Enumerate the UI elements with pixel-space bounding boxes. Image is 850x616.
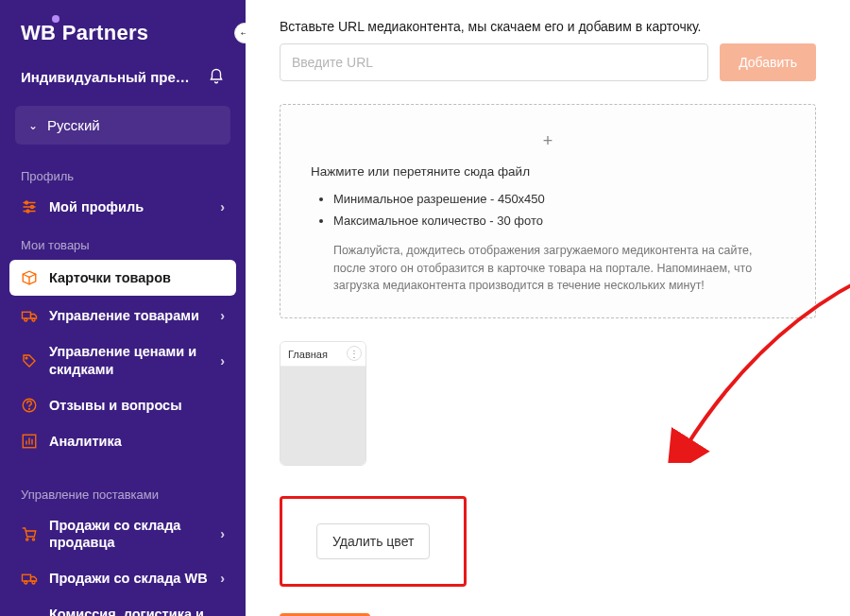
sidebar-item-label: Продажи со склада WB — [49, 570, 209, 587]
svg-point-20 — [25, 581, 27, 584]
svg-point-17 — [26, 539, 28, 540]
help-icon — [21, 397, 38, 414]
add-url-button[interactable]: Добавить — [720, 43, 816, 81]
svg-point-12 — [29, 408, 30, 409]
media-url-input[interactable] — [280, 43, 708, 81]
chevron-right-icon: › — [220, 526, 225, 541]
thumbnail-placeholder — [280, 367, 366, 465]
plus-icon: + — [311, 131, 785, 151]
section-profile-label: Профиль — [0, 156, 246, 189]
sidebar-item-label: Отзывы и вопросы — [49, 397, 225, 414]
truck-icon — [21, 307, 38, 324]
chevron-right-icon: › — [220, 353, 225, 368]
dropzone-title: Нажмите или перетяните сюда файл — [311, 164, 785, 179]
image-thumbnail-card[interactable]: Главная ⋮ — [280, 341, 366, 466]
brand-logo: WB Partners — [0, 15, 246, 59]
sidebar-item-product-cards[interactable]: Карточки товаров — [9, 260, 236, 296]
sidebar-item-prices[interactable]: Управление ценами и скидками › — [0, 334, 246, 386]
sidebar-item-label: Аналитика — [49, 433, 225, 450]
sidebar: WB Partners ← Индивидуальный предпр… ⌄ Р… — [0, 0, 246, 616]
sidebar-item-analytics[interactable]: Аналитика — [0, 423, 246, 459]
chevron-right-icon: › — [220, 571, 225, 586]
sidebar-item-reviews[interactable]: Отзывы и вопросы — [0, 387, 246, 423]
dropzone-bullet: Минимальное разрешение - 450х450 — [333, 188, 785, 210]
box-icon — [21, 269, 38, 286]
thumbnail-header: Главная ⋮ — [280, 342, 366, 367]
chevron-right-icon: › — [220, 199, 225, 214]
sidebar-item-label: Комиссия, логистика и хранение — [49, 606, 209, 616]
sidebar-item-my-profile[interactable]: Мой профиль › — [0, 189, 246, 225]
svg-rect-7 — [23, 313, 31, 319]
dropzone-note: Пожалуйста, дождитесь отображения загруж… — [311, 242, 785, 295]
section-supply-label: Управление поставками — [0, 474, 246, 507]
svg-point-21 — [32, 581, 35, 584]
thumbnail-menu-button[interactable]: ⋮ — [347, 346, 362, 361]
sidebar-item-seller-sales[interactable]: Продажи со склада продавца › — [0, 507, 246, 560]
chevron-down-icon: ⌄ — [28, 119, 38, 132]
sliders-icon — [21, 198, 38, 215]
annotation-highlight: Удалить цвет — [280, 496, 467, 587]
seller-row[interactable]: Индивидуальный предпр… — [0, 59, 246, 94]
media-url-hint: Вставьте URL медиаконтента, мы скачаем е… — [280, 19, 816, 34]
sidebar-item-label: Карточки товаров — [49, 269, 225, 286]
delete-color-button[interactable]: Удалить цвет — [316, 523, 430, 559]
price-icon — [21, 352, 38, 369]
sidebar-item-label: Мой профиль — [49, 198, 209, 215]
language-selector[interactable]: ⌄ Русский — [15, 106, 230, 145]
sidebar-item-wb-sales[interactable]: Продажи со склада WB › — [0, 560, 246, 596]
bell-icon[interactable] — [208, 68, 225, 85]
truck-icon — [21, 570, 38, 587]
chevron-left-icon: ← — [239, 26, 246, 40]
dropzone-requirements: Минимальное разрешение - 450х450 Максима… — [311, 188, 785, 232]
sidebar-item-label: Управление товарами — [49, 307, 209, 324]
url-row: Добавить — [280, 43, 816, 81]
thumbnail-label: Главная — [288, 349, 328, 360]
chevron-right-icon: › — [220, 308, 225, 323]
file-dropzone[interactable]: + Нажмите или перетяните сюда файл Миним… — [280, 104, 816, 318]
svg-point-8 — [25, 318, 27, 321]
sidebar-item-label: Продажи со склада продавца — [49, 517, 209, 551]
svg-point-9 — [32, 318, 35, 321]
language-label: Русский — [47, 117, 100, 133]
svg-rect-19 — [23, 574, 31, 581]
section-goods-label: Мои товары — [0, 225, 246, 258]
sidebar-item-commission[interactable]: Комиссия, логистика и хранение › — [0, 596, 246, 616]
cart-icon — [21, 525, 38, 542]
sidebar-item-manage-goods[interactable]: Управление товарами › — [0, 298, 246, 334]
dropzone-bullet: Максимальное количество - 30 фото — [333, 210, 785, 231]
chart-icon — [21, 433, 38, 450]
svg-point-10 — [26, 357, 27, 359]
main-content: Вставьте URL медиаконтента, мы скачаем е… — [246, 0, 850, 616]
sidebar-item-label: Управление ценами и скидками — [49, 343, 209, 377]
svg-point-18 — [32, 539, 34, 540]
seller-name: Индивидуальный предпр… — [21, 69, 198, 85]
